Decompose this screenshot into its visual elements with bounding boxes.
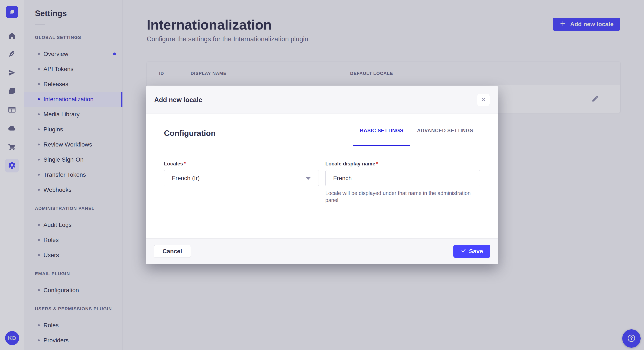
tab-basic-settings[interactable]: BASIC SETTINGS [353, 128, 410, 146]
configuration-header: Configuration BASIC SETTINGS ADVANCED SE… [164, 128, 480, 146]
chevron-down-icon [306, 175, 311, 181]
modal-close-button[interactable] [477, 94, 490, 106]
locales-label: Locales* [164, 161, 319, 167]
modal-header: Add new locale [146, 86, 498, 114]
display-name-hint: Locale will be displayed under that name… [326, 190, 474, 204]
settings-tabs: BASIC SETTINGS ADVANCED SETTINGS [353, 128, 480, 146]
modal-footer: Cancel Save [146, 238, 498, 264]
display-name-label: Locale display name* [326, 161, 480, 167]
tab-advanced-settings[interactable]: ADVANCED SETTINGS [410, 128, 480, 146]
required-asterisk: * [376, 161, 378, 167]
cancel-button[interactable]: Cancel [154, 245, 191, 258]
close-icon [481, 97, 486, 103]
locales-field: Locales* French (fr) [164, 161, 319, 204]
configuration-title: Configuration [164, 129, 216, 145]
locales-select[interactable]: French (fr) [164, 170, 319, 186]
display-name-input[interactable] [333, 175, 472, 181]
modal-title: Add new locale [154, 96, 202, 104]
save-button[interactable]: Save [454, 245, 490, 258]
form-fields: Locales* French (fr) Locale display name… [164, 161, 480, 204]
add-locale-modal: Add new locale Configuration BASIC SETTI… [146, 86, 498, 264]
display-name-field: Locale display name* Locale will be disp… [326, 161, 480, 204]
check-icon [461, 248, 466, 255]
locales-select-value: French (fr) [172, 175, 200, 181]
modal-body: Configuration BASIC SETTINGS ADVANCED SE… [146, 114, 498, 238]
required-asterisk: * [184, 161, 186, 167]
